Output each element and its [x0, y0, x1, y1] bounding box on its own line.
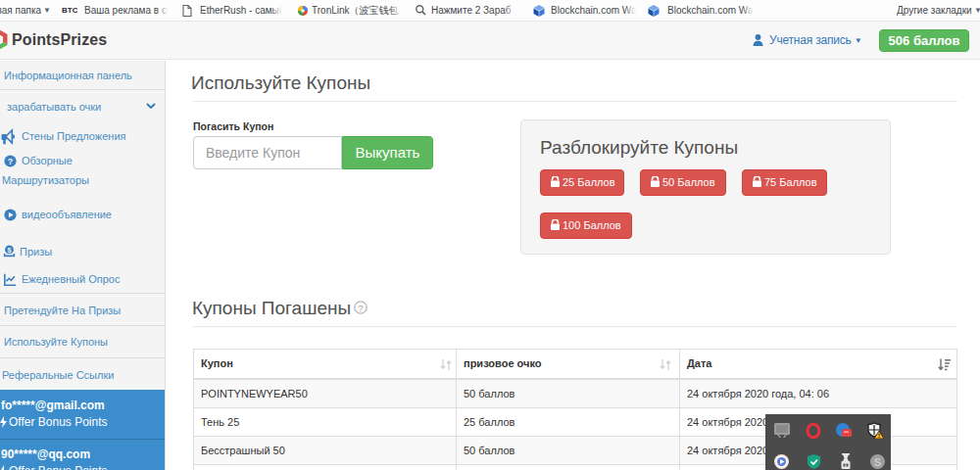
- svg-text:S: S: [874, 456, 881, 468]
- svg-text:?: ?: [8, 157, 13, 166]
- svg-text:$: $: [7, 246, 11, 255]
- svg-text:?: ?: [358, 303, 363, 313]
